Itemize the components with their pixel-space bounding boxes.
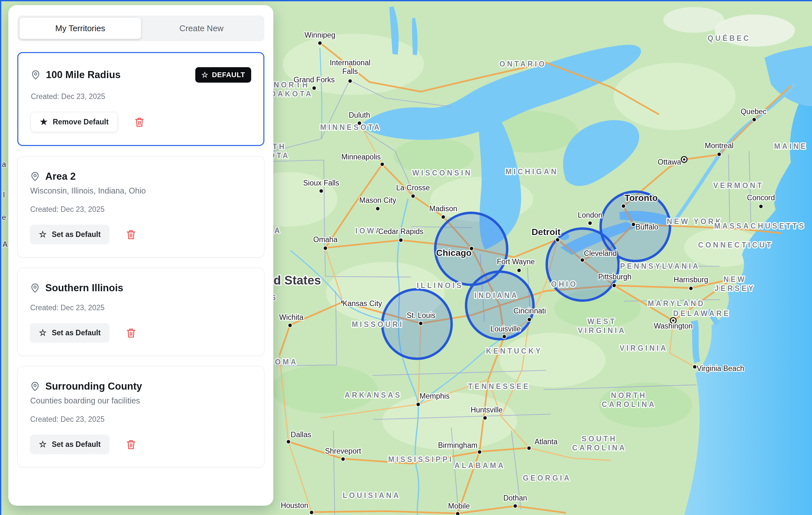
- city-dot: [318, 41, 322, 45]
- city-dot: [341, 457, 345, 461]
- region-label-missouri: MISSOURI: [352, 320, 404, 329]
- city-label: Mobile: [448, 502, 470, 510]
- city-dot: [416, 403, 420, 407]
- viewport-focus-border-top: [0, 0, 812, 1]
- city-chicago: Chicago: [436, 247, 474, 258]
- city-label: Cincinnati: [514, 307, 546, 315]
- territory-card-actions: ☆Set as Default: [30, 323, 252, 343]
- territory-card-header: 100 Mile Radius☆DEFAULT: [30, 67, 251, 83]
- city-label: Shreveport: [325, 447, 361, 455]
- territory-created-date: Created: Dec 23, 2025: [30, 303, 252, 312]
- city-label: Concord: [747, 193, 775, 202]
- territories-panel: My Territories Create New 100 Mile Radiu…: [8, 5, 273, 506]
- region-label-pennsylvania: PENNSYLVANIA: [620, 262, 700, 270]
- viewport-focus-border-left: [0, 0, 1, 515]
- star-filled-icon: ★: [40, 118, 48, 126]
- territory-card-actions: ★Remove Default: [30, 112, 251, 132]
- region-label-alabama: ALABAMA: [455, 461, 505, 470]
- city-dot: [319, 189, 323, 193]
- city-dot: [357, 121, 362, 125]
- city-dot: [527, 318, 531, 322]
- city-label: Minneapolis: [342, 153, 381, 161]
- city-dot: [483, 416, 487, 420]
- city-label: Fort Wayne: [497, 258, 535, 266]
- territory-created-date: Created: Dec 23, 2025: [30, 205, 252, 214]
- city-label: Ottawa: [658, 158, 681, 166]
- location-pin-icon: [30, 171, 40, 182]
- region-label-maryland: MARYLAND: [648, 299, 705, 308]
- region-label-delaware: DELAWARE: [673, 309, 730, 318]
- territory-card-list: 100 Mile Radius☆DEFAULTCreated: Dec 23, …: [17, 52, 264, 467]
- city-dot: [612, 283, 616, 288]
- territory-name: Surrounding County: [45, 381, 142, 392]
- delete-territory-button[interactable]: [125, 327, 137, 340]
- city-label: Kansas City: [343, 299, 382, 308]
- region-label-quebec-province: QUÉBEC: [707, 34, 751, 43]
- city-label: Dothan: [503, 494, 527, 502]
- city-label: Mason City: [359, 196, 396, 205]
- city-dot: [502, 335, 506, 339]
- city-dot: [376, 207, 380, 211]
- region-label-louisiana: LOUISIANA: [343, 491, 401, 499]
- delete-territory-button[interactable]: [125, 438, 137, 451]
- city-dot: [689, 287, 693, 291]
- region-label-maine: MAINE: [774, 142, 808, 151]
- region-label-tennessee: TENNESSEE: [468, 382, 530, 390]
- territory-card-area-2[interactable]: Area 2Wisconsin, Illinois, Indiana, Ohio…: [17, 156, 264, 258]
- default-action-label: Set as Default: [52, 440, 100, 449]
- city-label: Huntsville: [470, 406, 503, 414]
- city-label: Birmingham: [438, 441, 477, 450]
- set-as-default-button[interactable]: ☆Set as Default: [30, 225, 110, 244]
- region-label-illinois: ILLINOIS: [416, 281, 463, 290]
- territory-card-surrounding-county[interactable]: Surrounding CountyCounties boarding our …: [17, 366, 264, 467]
- city-dot: [441, 215, 445, 219]
- city-label: Cedar Rapids: [378, 227, 424, 236]
- region-label-mississippi: MISSISSIPPI: [388, 455, 454, 464]
- city-dot: [752, 118, 756, 122]
- set-as-default-button[interactable]: ☆Set as Default: [30, 323, 110, 343]
- city-dot: [693, 365, 697, 369]
- set-as-default-button[interactable]: ☆Set as Default: [30, 435, 110, 454]
- star-outline-icon: ☆: [39, 230, 47, 239]
- city-dot: [312, 86, 316, 90]
- city-label: Chicago: [436, 248, 471, 258]
- city-dot: [517, 268, 521, 273]
- region-label-massachusetts: MASSACHUSETTS: [714, 222, 806, 230]
- delete-territory-button[interactable]: [133, 116, 145, 129]
- city-label: Toronto: [625, 193, 658, 203]
- region-label-michigan: MICHIGAN: [505, 167, 558, 176]
- city-virginia-beach: Virginia Beach: [693, 364, 744, 373]
- region-label-connecticut: CONNECTICUT: [698, 241, 773, 249]
- territory-created-date: Created: Dec 23, 2025: [31, 92, 251, 101]
- territory-card-actions: ☆Set as Default: [30, 435, 252, 454]
- star-outline-icon: ☆: [39, 329, 47, 337]
- location-pin-icon: [30, 70, 41, 80]
- territory-created-date: Created: Dec 23, 2025: [30, 415, 252, 424]
- tab-create-new[interactable]: Create New: [141, 18, 262, 39]
- city-kansas-city: Kansas City: [341, 299, 382, 308]
- city-buffalo: Buffalo: [632, 222, 659, 232]
- region-label-georgia: GEORGIA: [523, 474, 572, 482]
- city-dot: [288, 323, 292, 328]
- city-label: Virginia Beach: [697, 364, 744, 373]
- city-label: Quebec: [741, 107, 767, 116]
- city-label: Detroit: [531, 227, 560, 237]
- delete-territory-button[interactable]: [125, 228, 137, 241]
- city-dot: [456, 512, 460, 515]
- territory-card-header: Surrounding County: [30, 381, 252, 392]
- city-dot: [632, 222, 636, 227]
- territory-card-southern-illinois[interactable]: Southern IllinoisCreated: Dec 23, 2025☆S…: [17, 268, 264, 356]
- city-label: Omaha: [313, 235, 338, 244]
- city-label: Duluth: [349, 111, 370, 119]
- tab-my-territories[interactable]: My Territories: [20, 18, 141, 39]
- territory-name: Area 2: [45, 171, 76, 182]
- territory-description: Wisconsin, Illinois, Indiana, Ohio: [30, 186, 252, 195]
- city-dot: [399, 238, 403, 242]
- default-badge: ☆DEFAULT: [195, 67, 251, 83]
- remove-default-button[interactable]: ★Remove Default: [30, 112, 118, 132]
- city-label: Cleveland: [584, 249, 617, 258]
- region-label-vermont: VERMONT: [714, 181, 764, 190]
- edge-label-fragment: I: [3, 191, 5, 199]
- region-label-minnesota: MINNESOTA: [320, 123, 381, 132]
- territory-card-100-mile-radius[interactable]: 100 Mile Radius☆DEFAULTCreated: Dec 23, …: [17, 52, 264, 146]
